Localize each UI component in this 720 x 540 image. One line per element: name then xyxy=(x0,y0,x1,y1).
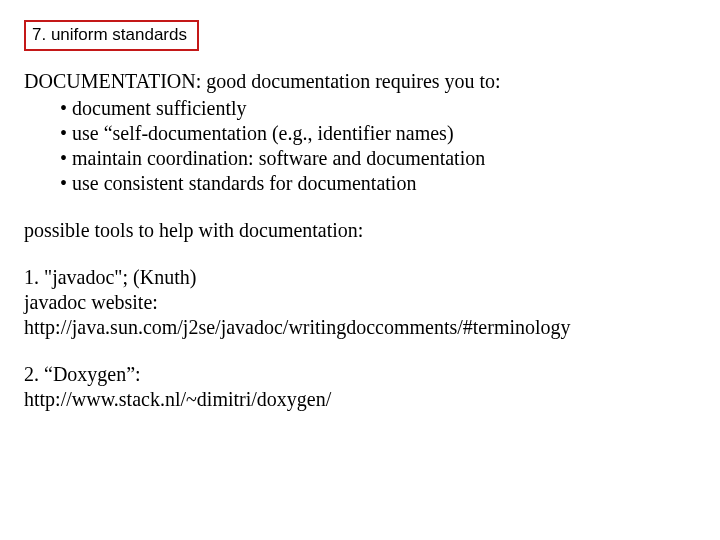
tool-1-url: http://java.sun.com/j2se/javadoc/writing… xyxy=(24,315,696,340)
bullet-item: maintain coordination: software and docu… xyxy=(60,146,696,171)
documentation-section: DOCUMENTATION: good documentation requir… xyxy=(24,69,696,196)
doc-bullets: document sufficiently use “self-document… xyxy=(60,96,696,196)
tools-intro: possible tools to help with documentatio… xyxy=(24,218,696,243)
tool-2-block: 2. “Doxygen”: http://www.stack.nl/~dimit… xyxy=(24,362,696,412)
bullet-item: use “self-documentation (e.g., identifie… xyxy=(60,121,696,146)
tool-1-title: 1. "javadoc"; (Knuth) xyxy=(24,265,696,290)
tool-1-block: 1. "javadoc"; (Knuth) javadoc website: h… xyxy=(24,265,696,340)
bullet-item: use consistent standards for documentati… xyxy=(60,171,696,196)
header-box: 7. uniform standards xyxy=(24,20,199,51)
doc-heading: DOCUMENTATION: good documentation requir… xyxy=(24,69,696,94)
tool-1-label: javadoc website: xyxy=(24,290,696,315)
bullet-item: document sufficiently xyxy=(60,96,696,121)
header-label: 7. uniform standards xyxy=(32,25,187,44)
tool-2-url: http://www.stack.nl/~dimitri/doxygen/ xyxy=(24,387,696,412)
tool-2-title: 2. “Doxygen”: xyxy=(24,362,696,387)
